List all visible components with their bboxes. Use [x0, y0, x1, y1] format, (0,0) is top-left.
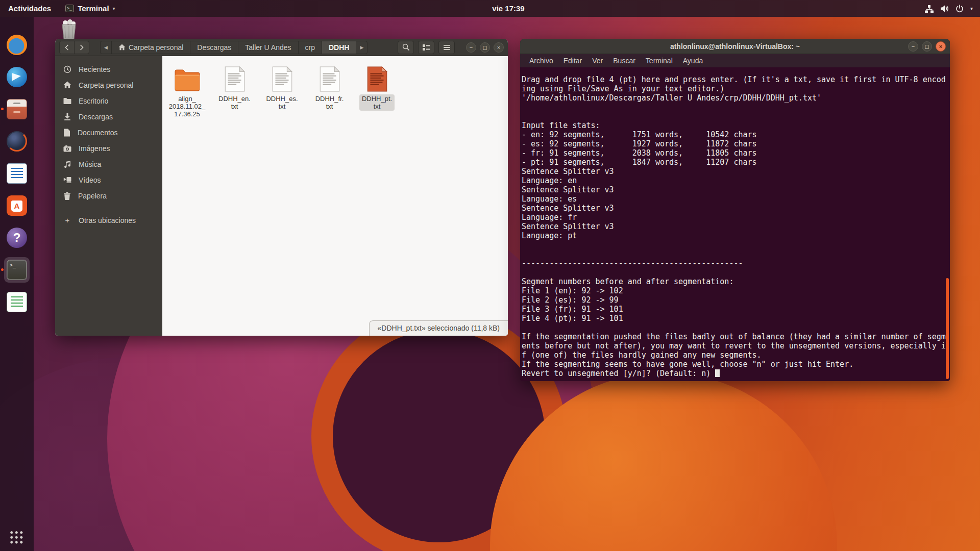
music-icon: [63, 160, 71, 168]
text-file-icon: [225, 63, 245, 92]
maximize-button[interactable]: ◻: [922, 41, 932, 52]
window-menu-button[interactable]: [438, 41, 455, 54]
menu-buscar[interactable]: Buscar: [608, 54, 641, 67]
folder-icon: [174, 63, 201, 92]
menu-ver[interactable]: Ver: [587, 54, 608, 67]
forward-button[interactable]: [74, 41, 89, 54]
rhythmbox-icon: [7, 131, 27, 152]
selection-status-bar: «DDHH_pt.txt» seleccionado (11,8 kB): [369, 320, 508, 336]
file-item-ddhh-pt-selected[interactable]: DDHH_pt. txt: [353, 63, 401, 118]
ubuntu-software-icon: [7, 195, 27, 216]
sidebar-item-documentos[interactable]: Documentos: [55, 124, 162, 140]
sidebar-item-carpeta-personal[interactable]: Carpeta personal: [55, 77, 162, 93]
sidebar-item-otras-ubicaciones[interactable]: + Otras ubicaciones: [55, 212, 162, 228]
file-item-ddhh-en[interactable]: DDHH_en. txt: [211, 63, 258, 118]
pictures-icon: [63, 145, 71, 152]
close-button[interactable]: ×: [494, 42, 504, 53]
help-icon: ?: [7, 228, 27, 248]
menu-editar[interactable]: Editar: [558, 54, 587, 67]
file-label: DDHH_pt. txt: [359, 94, 395, 111]
sidebar-item-musica[interactable]: Música: [55, 156, 162, 172]
files-window: ◀ Carpeta personal Descargas Taller U An…: [55, 39, 508, 336]
file-label: align_ 2018.11.02_ 17.36.25: [166, 94, 208, 118]
files-sidebar: Recientes Carpeta personal Escritorio De…: [55, 56, 162, 336]
plus-icon: +: [63, 216, 71, 224]
files-headerbar: ◀ Carpeta personal Descargas Taller U An…: [55, 39, 508, 56]
file-item-ddhh-fr[interactable]: DDHH_fr. txt: [306, 63, 353, 118]
breadcrumb-descargas[interactable]: Descargas: [190, 41, 238, 54]
power-icon: [955, 5, 964, 13]
file-label: DDHH_es. txt: [263, 94, 300, 111]
minimize-button[interactable]: −: [466, 42, 476, 53]
activities-button[interactable]: Actividades: [0, 0, 59, 17]
search-button[interactable]: [398, 41, 414, 54]
terminal-output[interactable]: Drag and drop file 4 (pt) here and press…: [520, 67, 950, 381]
text-file-icon: [272, 63, 292, 92]
documents-icon: [63, 129, 70, 137]
view-list-icon: [422, 44, 430, 51]
home-icon: [118, 44, 126, 51]
breadcrumb-taller-u-andes[interactable]: Taller U Andes: [238, 41, 298, 54]
breadcrumb: ◀ Carpeta personal Descargas Taller U An…: [101, 41, 368, 54]
file-label: DDHH_en. txt: [216, 94, 253, 111]
dock-item-calc[interactable]: [4, 289, 30, 315]
home-icon: [63, 81, 71, 89]
text-file-icon: [320, 63, 340, 92]
maximize-button[interactable]: ◻: [480, 42, 490, 53]
file-item-align-folder[interactable]: align_ 2018.11.02_ 17.36.25: [163, 63, 211, 118]
dock-item-writer[interactable]: [4, 161, 30, 186]
terminal-title: athlonlinux@athlonlinux-VirtualBox: ~: [520, 42, 950, 51]
back-button[interactable]: [59, 41, 75, 54]
terminal-icon: >_: [7, 260, 27, 280]
sidebar-item-descargas[interactable]: Descargas: [55, 109, 162, 124]
chevron-down-icon: ▾: [113, 6, 115, 11]
dock-item-help[interactable]: ?: [4, 225, 30, 251]
menu-terminal[interactable]: Terminal: [641, 54, 678, 67]
terminal-scrollbar[interactable]: [946, 278, 949, 379]
dock-item-files[interactable]: [4, 96, 30, 122]
breadcrumb-ddhh[interactable]: DDHH: [322, 41, 356, 54]
sidebar-item-recientes[interactable]: Recientes: [55, 61, 162, 77]
desktop-trash-icon[interactable]: [59, 19, 79, 40]
sidebar-item-escritorio[interactable]: Escritorio: [55, 93, 162, 109]
show-applications-icon[interactable]: [10, 531, 24, 545]
firefox-icon: [7, 35, 27, 55]
terminal-text: Drag and drop file 4 (pt) here and press…: [522, 75, 946, 378]
sidebar-item-videos[interactable]: Vídeos: [55, 172, 162, 188]
terminal-titlebar[interactable]: athlonlinux@athlonlinux-VirtualBox: ~ − …: [520, 39, 950, 54]
system-tray[interactable]: ▾: [922, 0, 976, 17]
terminal-app-icon: >_: [65, 5, 74, 12]
path-scroll-right-icon[interactable]: ▶: [356, 41, 368, 54]
search-icon: [402, 43, 410, 51]
close-button[interactable]: ×: [936, 41, 946, 52]
menu-ayuda[interactable]: Ayuda: [678, 54, 708, 67]
dock-item-rhythmbox[interactable]: [4, 129, 30, 154]
downloads-icon: [63, 113, 71, 121]
path-scroll-left-icon[interactable]: ◀: [100, 41, 112, 54]
dock-item-terminal[interactable]: >_: [4, 257, 30, 283]
libreoffice-writer-icon: [7, 163, 27, 184]
desktop-icon: [63, 97, 71, 105]
breadcrumb-crp[interactable]: crp: [298, 41, 322, 54]
dock-item-thunderbird[interactable]: [4, 64, 30, 90]
minimize-button[interactable]: −: [908, 41, 918, 52]
file-item-ddhh-es[interactable]: DDHH_es. txt: [258, 63, 306, 118]
trash-icon: [63, 192, 71, 200]
breadcrumb-home[interactable]: Carpeta personal: [111, 41, 190, 54]
app-menu-label: Terminal: [78, 4, 109, 13]
terminal-cursor: [715, 369, 720, 377]
terminal-window: athlonlinux@athlonlinux-VirtualBox: ~ − …: [520, 39, 950, 381]
dock-item-firefox[interactable]: [4, 32, 30, 58]
sidebar-item-papelera[interactable]: Papelera: [55, 188, 162, 204]
clock[interactable]: vie 17:39: [485, 0, 532, 17]
dock: ? >_: [0, 17, 34, 551]
hamburger-menu-icon: [443, 44, 451, 51]
menu-archivo[interactable]: Archivo: [524, 54, 558, 67]
files-app-icon: [7, 99, 27, 119]
app-menu-button[interactable]: >_ Terminal ▾: [59, 0, 121, 17]
files-content-area[interactable]: align_ 2018.11.02_ 17.36.25 DDHH_en. txt: [162, 56, 508, 336]
network-wired-icon: [925, 5, 934, 13]
view-toggle-button[interactable]: [418, 41, 434, 54]
dock-item-software[interactable]: [4, 193, 30, 218]
sidebar-item-imagenes[interactable]: Imágenes: [55, 140, 162, 156]
